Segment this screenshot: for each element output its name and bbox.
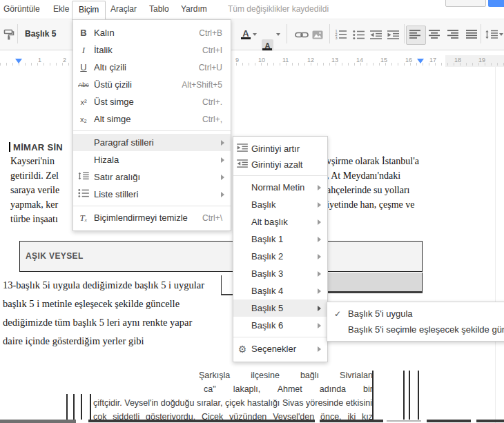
menu-item-italic[interactable]: I İtalik Ctrl+I: [73, 41, 231, 59]
note-line: daire içinde gösterdiğim yerler gibi: [3, 332, 233, 351]
menu-item-clear-formatting[interactable]: Tₓ Biçimlendirmeyi temizle Ctrl+\: [73, 209, 231, 226]
menu-item-decrease-indent[interactable]: Girintiyi azalt: [233, 157, 327, 173]
menu-item-underline[interactable]: U Altı çizili Ctrl+U: [73, 59, 231, 76]
menu-item-subscript[interactable]: x₂ Alt simge Ctrl+,: [73, 110, 231, 128]
menu-item-paragraph-styles[interactable]: Paragraf stilleri: [73, 134, 231, 151]
menu-item-heading6[interactable]: Başlık 6: [233, 317, 327, 334]
menu-goruntule[interactable]: Görüntüle: [3, 0, 40, 19]
submenu-arrow-icon: [318, 271, 321, 277]
doc-body-line: getirildi. Zel: [10, 170, 59, 181]
insert-image-button[interactable]: [312, 28, 323, 41]
align-justify-icon: [466, 30, 477, 39]
shortcut-label: Ctrl+.: [202, 97, 231, 107]
decrease-indent-button[interactable]: [370, 28, 382, 41]
table-header-cell[interactable]: AŞIK VEYSEL: [19, 241, 423, 272]
comments-button[interactable]: [445, 0, 486, 7]
share-button[interactable]: [488, 0, 504, 7]
indent-marker-right[interactable]: [417, 59, 424, 63]
menu-label: Seçenekler: [251, 344, 318, 354]
align-center-icon: [429, 30, 440, 39]
align-justify-button[interactable]: [466, 28, 477, 41]
menu-item-apply-heading5[interactable]: ✓ Başlık 5'i uygula: [327, 306, 504, 322]
doc-body-line: saraya verile: [10, 185, 59, 196]
menu-item-strikethrough[interactable]: Abc Üstü çizili Alt+Shift+5: [73, 76, 231, 93]
bold-icon: B: [73, 28, 94, 38]
align-right-icon: [447, 30, 458, 39]
submenu-arrow-icon: [221, 175, 224, 180]
menu-item-heading1[interactable]: Başlık 1: [233, 230, 327, 248]
table-border-line: [372, 371, 374, 420]
submenu-arrow-icon: [318, 185, 321, 190]
menu-item-heading4[interactable]: Başlık 4: [233, 282, 327, 299]
submenu-arrow-icon: [318, 202, 321, 208]
menu-separator: [73, 206, 231, 206]
ruler-number: 13: [331, 57, 338, 63]
ruler-number: 2: [63, 57, 66, 63]
chevron-down-icon: [499, 33, 503, 36]
paint-format-button[interactable]: [3, 28, 15, 41]
menu-tablo[interactable]: Tablo: [149, 0, 169, 19]
menu-separator: [233, 337, 327, 337]
menu-yardim[interactable]: Yardım: [181, 0, 207, 19]
doc-body-line: , At Meydanı'ndaki: [327, 170, 400, 181]
doc-body-line: vşirme olarak İstanbul'a: [327, 156, 419, 167]
menu-ekle[interactable]: Ekle: [53, 0, 69, 19]
submenu-arrow-icon: [318, 346, 321, 352]
menu-araclar[interactable]: Araçlar: [110, 0, 137, 19]
text-color-dropdown[interactable]: [253, 28, 257, 41]
ruler-number: 1: [38, 57, 41, 63]
align-left-button[interactable]: [409, 28, 420, 41]
align-center-button[interactable]: [429, 28, 440, 41]
line-spacing-button[interactable]: [485, 28, 498, 41]
shortcut-label: Ctrl+I: [202, 46, 231, 55]
menu-label: Üst simge: [94, 97, 202, 107]
menu-item-heading2[interactable]: Başlık 2: [233, 248, 327, 265]
menu-item-heading3[interactable]: Başlık 3: [233, 265, 327, 282]
doc-body-line: türbe inşaatı: [10, 214, 58, 225]
svg-text:3: 3: [336, 36, 338, 39]
menu-item-normal-text[interactable]: Normal Metin: [233, 179, 327, 196]
highlight-dropdown[interactable]: [276, 28, 280, 41]
menu-item-list-styles[interactable]: Liste stilleri: [73, 186, 231, 203]
doc-body-line: yapmak, ker: [10, 199, 58, 210]
text-cursor: [9, 142, 10, 152]
table-border-line: [66, 394, 68, 420]
shortcut-label: Alt+Shift+5: [182, 80, 231, 90]
shortcut-label: Ctrl+B: [199, 28, 231, 38]
highlight-color-button[interactable]: A: [262, 39, 273, 51]
menu-item-subtitle[interactable]: Alt başlık: [233, 213, 327, 230]
underline-icon: U: [73, 62, 94, 72]
menu-item-bold[interactable]: B Kalın Ctrl+B: [73, 24, 231, 41]
menu-item-options[interactable]: ⚙ Seçenekler: [233, 340, 327, 357]
insert-link-button[interactable]: [295, 28, 309, 41]
increase-indent-button[interactable]: [387, 28, 399, 41]
menu-item-heading5[interactable]: Başlık 5: [233, 299, 327, 317]
note-line: başlık 5 i metinle eşleşecek şekilde gün…: [3, 295, 233, 313]
menu-bicim[interactable]: Biçim: [72, 1, 106, 20]
save-status: Tüm değişiklikler kaydedildi: [228, 0, 329, 19]
ruler-number: 14: [356, 57, 363, 63]
note-line: dediğimizde tüm başlık 5 leri aynı renkt…: [3, 313, 233, 332]
menu-label: Alt simge: [94, 114, 202, 124]
menu-item-line-spacing[interactable]: Satır aralığı: [73, 168, 231, 186]
indent-marker-left[interactable]: [15, 59, 22, 63]
numbered-list-button[interactable]: 123: [335, 28, 347, 41]
text-color-button[interactable]: A: [240, 28, 251, 39]
menu-item-align[interactable]: Hizala: [73, 151, 231, 168]
style-selector[interactable]: Başlık 5: [21, 19, 56, 49]
menu-label: Kalın: [94, 28, 199, 38]
align-right-button[interactable]: [447, 28, 458, 41]
line-spacing-dropdown[interactable]: [499, 28, 503, 41]
shortcut-label: Ctrl+,: [202, 115, 231, 124]
increase-indent-icon: [387, 30, 399, 39]
menu-item-superscript[interactable]: x² Üst simge Ctrl+.: [73, 93, 231, 110]
menubar: Görüntüle Ekle Biçim Araçlar Tablo Yardı…: [0, 0, 504, 19]
chevron-down-icon: [253, 33, 257, 36]
menu-item-update-heading5[interactable]: Başlık 5'i seçimle eşleşecek şekilde gün…: [327, 322, 504, 337]
menu-item-increase-indent[interactable]: Girintiyi artır: [233, 141, 327, 157]
menu-label: Hizala: [94, 155, 221, 165]
bullet-list-button[interactable]: [353, 28, 365, 41]
line-spacing-icon: [485, 30, 498, 39]
menu-item-title[interactable]: Başlık: [233, 196, 327, 213]
italic-icon: I: [73, 45, 94, 56]
